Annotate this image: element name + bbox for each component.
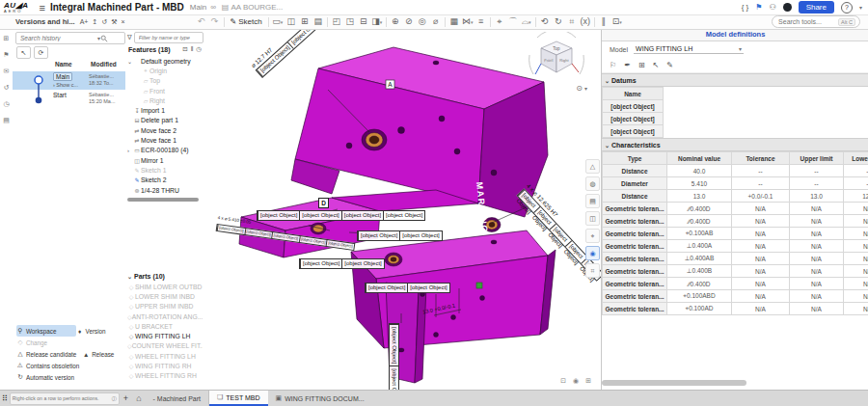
toolbar-icon[interactable]: ⌖ [493,15,506,29]
close-panel-icon[interactable]: × [121,18,124,25]
characteristic-row[interactable]: Distance 40.0 -- -- -- [603,165,868,177]
characteristic-row[interactable]: Geometric toleran... ⊥0.400AB N/A N/A N/… [603,253,868,265]
annotation-flatness-1[interactable]: [object Object][object Object] [357,230,443,241]
search-history-box[interactable]: ▾ [15,32,125,44]
toolbar-icon[interactable]: ⌀ [429,15,443,29]
feature-item[interactable]: ⌄ Default geometry [127,56,203,66]
feature-item[interactable]: ✎ Sketch 1 [127,165,203,175]
characteristic-row[interactable]: Geometric toleran... ⊥0.400A N/A N/A N/A [603,240,868,253]
mbd-tool-icon[interactable]: △ [585,159,600,174]
toolbar-icon[interactable]: ▦ [448,15,461,29]
rail-icon[interactable]: ◷ [3,100,9,108]
green-marker[interactable] [476,283,482,288]
toolbar-icon[interactable]: (x) [579,15,592,29]
toolbar-icon[interactable]: ↻ [552,15,565,29]
tab-wing-fitting-document[interactable]: ▣ WING FITTING DOCUM... [268,391,372,406]
legend-item[interactable]: ↻ Automatic version [16,371,122,383]
horizontal-scrollbar[interactable] [602,380,746,386]
info-icon[interactable]: ⓘ [112,395,117,402]
branch-label[interactable]: Main [190,3,206,12]
feature-control-frame[interactable]: [object Object][object Object][object Ob… [257,210,425,221]
toolbar-icon[interactable]: ⊞ [298,15,312,29]
hamburger-menu-icon[interactable]: ≡ [39,2,44,14]
characteristics-section-header[interactable]: ⌄ Characteristics [602,138,868,151]
toolbar-icon[interactable]: ⟲ [538,15,552,29]
annotation-flatness-2[interactable]: [object Object][object Object] [299,257,385,269]
cube-face-front[interactable]: Front [544,58,555,64]
feature-item[interactable]: ✎ Sketch 2 [127,176,203,185]
characteristic-row[interactable]: Distance 13.0 +0.0/-0.1 13.0 12.9 [603,190,868,203]
feature-item[interactable]: ⊟ Delete part 1 [127,116,203,125]
feature-item[interactable]: ▱ Front [127,86,203,95]
rail-icon[interactable]: ✉ [4,68,10,75]
datum-tag-a[interactable]: A [386,80,394,89]
characteristic-row[interactable]: Diameter 5.410 -- -- -- [603,177,868,190]
toolbar-icon[interactable]: ◰ [330,15,343,29]
legend-item[interactable]: ⚲ Workspace [16,325,76,337]
share-button[interactable]: Share [799,1,834,14]
mbd-tool-icon[interactable]: ▤ [585,194,600,208]
search-tools[interactable]: Alt C [772,15,860,28]
part-item[interactable]: ◇ WHEEL FITTING RH [127,371,203,381]
toolbar-icon[interactable]: ⊡▾ [610,15,624,29]
datum-row[interactable]: [object Object] [603,125,664,138]
datum-row[interactable]: [object Object] [603,113,664,125]
filter-icon[interactable]: ∇ [127,34,132,41]
search-tools-input[interactable] [776,17,838,26]
filter-input[interactable] [137,34,201,41]
parent-document-link[interactable]: ▤ AA BOURGE... [222,3,283,12]
rail-icon[interactable]: ⊞ [4,35,10,42]
part-item[interactable]: ◇ WING FITTING RH [127,361,203,370]
features-header-icon[interactable]: ‖ [191,45,194,53]
part-item[interactable]: ◇ COUNTER WHEEL FIT... [127,341,203,351]
model-select[interactable]: WING FITTING LH ▾ [634,44,744,54]
view-options-button[interactable]: ⊙ ▾ [576,84,587,93]
add-tab-button[interactable]: + [123,393,128,403]
help-icon[interactable]: ? [841,2,853,14]
feature-control-frame[interactable]: [object Object][object Object] [389,323,399,391]
toolbar-icon[interactable]: ◳ [343,15,357,29]
topbar-icon[interactable]: ⚑ [755,3,762,12]
link-icon[interactable]: ∞ [210,3,216,12]
characteristic-row[interactable]: Geometric toleran... ⌖0.100AD N/A N/A N/… [603,303,868,315]
panel-tool-icon[interactable]: ↺ [101,18,107,26]
feature-item[interactable]: › ▭ ECR-000180 (4) [127,146,203,155]
tab-test-mbd[interactable]: ❏ TEST MBD [209,391,268,406]
toolbar-icon[interactable]: ⌒ [506,15,520,29]
feature-item[interactable]: ▱ Top [127,76,203,86]
toolbar-icon[interactable]: ⌓▾ [520,15,533,29]
version-name[interactable]: Main [53,72,72,81]
part-item[interactable]: ◇ UPPER SHIM INBD [127,302,203,311]
toolbar-icon[interactable] [535,17,536,27]
search-history-input[interactable] [18,34,97,42]
parts-header[interactable]: ⌄ Parts (10) [127,271,203,282]
avatar[interactable] [783,3,792,12]
features-header-icon[interactable]: ◷ [196,45,202,53]
toolbar-icon[interactable]: ⊟ [357,15,370,29]
toolbar-icon[interactable]: ⊘ [402,15,416,29]
grip-icon[interactable]: ⠿ [2,394,8,403]
viewport-tool-icon[interactable]: ◉ [573,377,579,385]
datums-section-header[interactable]: ⌄ Datums [602,73,868,87]
version-node[interactable] [36,97,42,104]
toolbar-icon[interactable] [445,17,446,27]
characteristic-row[interactable]: Geometric toleran... ⌖0.100AB N/A N/A N/… [603,228,868,240]
mbd-tool-icon[interactable]: ◉ [585,246,600,260]
part-item[interactable]: ◇ U BRACKET [127,321,203,331]
characteristic-row[interactable]: Geometric toleran... ⊥0.400B N/A N/A N/A [603,265,868,278]
characteristic-row[interactable]: Geometric toleran... ∕∕0.400D N/A N/A N/… [603,215,868,228]
annotation-vertical-b[interactable]: [object Object][object Object] [389,323,400,391]
annotation-tool-icon[interactable]: ⊞ [638,61,645,69]
mbd-tool-icon[interactable]: ◍ [585,176,600,191]
datum-label-d[interactable]: D [318,198,329,208]
rail-icon[interactable]: ▤ [3,117,10,124]
legend-item[interactable]: ♦ Version [76,325,122,337]
legend-item[interactable]: △ Release candidate [16,348,82,360]
annotation-perpendicularity[interactable]: [object Object][object Object][object Ob… [257,209,425,221]
annotation-tool-icon[interactable]: ✎ [666,61,673,69]
toolbar-icon[interactable] [327,17,328,27]
annotation-tool-icon[interactable]: ↖ [653,61,660,69]
viewport-tool-icon[interactable]: ⊞ [585,377,591,385]
toolbar-icon[interactable]: ◫ [285,15,298,29]
rail-icon[interactable]: ⚑ [3,51,9,59]
